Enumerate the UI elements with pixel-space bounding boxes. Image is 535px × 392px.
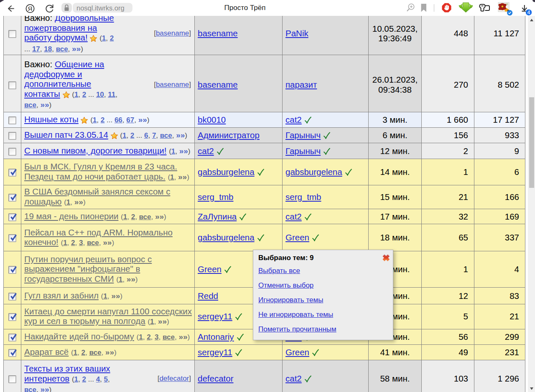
svg-text:Я: Я bbox=[28, 5, 33, 12]
svg-text:4: 4 bbox=[527, 10, 530, 15]
